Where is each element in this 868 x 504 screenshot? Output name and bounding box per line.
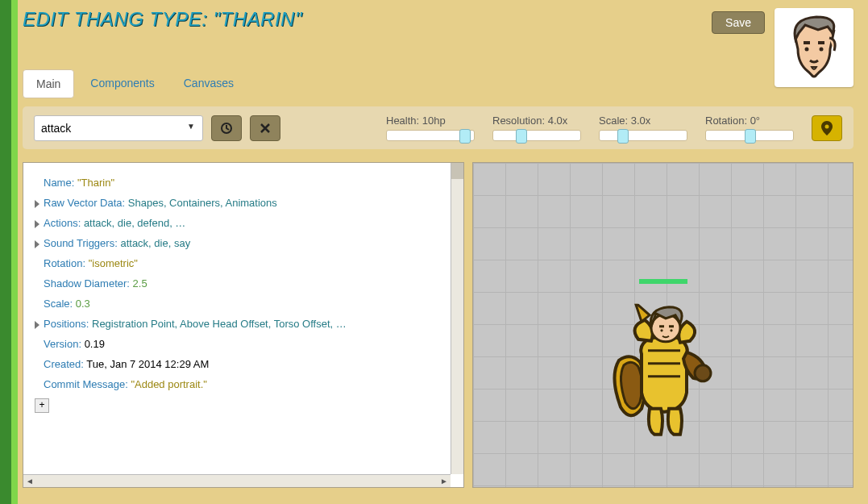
avatar-face-icon bbox=[786, 15, 842, 80]
pin-icon bbox=[821, 121, 833, 135]
prop-rotation-val[interactable]: "isometric" bbox=[89, 257, 138, 269]
tab-components[interactable]: Components bbox=[77, 69, 167, 98]
prop-commit-val[interactable]: "Added portrait." bbox=[131, 378, 207, 390]
avatar bbox=[775, 8, 853, 87]
page-title: EDIT THANG TYPE: "THARIN" bbox=[23, 8, 702, 31]
vertical-scrollbar[interactable] bbox=[451, 163, 463, 474]
property-tree: Name "Tharin" Raw Vector Data Shapes, Co… bbox=[23, 162, 464, 488]
preview-canvas[interactable] bbox=[472, 162, 853, 488]
scale-slider[interactable] bbox=[599, 130, 687, 141]
history-icon bbox=[220, 122, 233, 135]
scale-label: Scale: 3.0x bbox=[599, 115, 687, 127]
svg-point-6 bbox=[660, 329, 662, 331]
save-button[interactable]: Save bbox=[712, 11, 765, 34]
tab-canvases[interactable]: Canvases bbox=[171, 69, 247, 98]
resolution-slider[interactable] bbox=[492, 130, 581, 141]
prop-rotation-key: Rotation bbox=[44, 257, 85, 269]
app-root: EDIT THANG TYPE: "THARIN" Save Main Comp… bbox=[0, 0, 868, 504]
expand-icon[interactable] bbox=[35, 220, 39, 228]
svg-point-3 bbox=[825, 124, 829, 128]
prop-created-key: Created bbox=[44, 358, 84, 370]
svg-point-7 bbox=[670, 329, 672, 331]
animation-select-wrap: attack bbox=[34, 115, 203, 141]
prop-positions-key: Positions bbox=[44, 318, 89, 330]
rotation-slider[interactable] bbox=[705, 130, 794, 141]
character-sprite bbox=[603, 304, 724, 452]
history-button[interactable] bbox=[211, 115, 242, 141]
slider-group: Health: 10hp Resolution: 4.0x Scale: 3.0… bbox=[386, 115, 842, 141]
prop-actions-val[interactable]: attack, die, defend, … bbox=[84, 217, 185, 229]
expand-icon[interactable] bbox=[35, 321, 39, 329]
expand-icon[interactable] bbox=[35, 240, 39, 248]
prop-shadow-val[interactable]: 2.5 bbox=[133, 277, 147, 289]
prop-version-val[interactable]: 0.19 bbox=[85, 338, 105, 350]
tab-bar: Main Components Canvases bbox=[23, 69, 853, 98]
pin-button[interactable] bbox=[812, 115, 842, 141]
main-split: Name "Tharin" Raw Vector Data Shapes, Co… bbox=[23, 162, 853, 488]
expand-icon[interactable] bbox=[35, 200, 39, 208]
clear-button[interactable] bbox=[250, 115, 280, 141]
prop-raw-val[interactable]: Shapes, Containers, Animations bbox=[128, 197, 277, 209]
prop-sound-val[interactable]: attack, die, say bbox=[120, 237, 190, 249]
prop-scale-key: Scale bbox=[44, 298, 73, 310]
prop-name-key: Name bbox=[44, 177, 74, 189]
prop-name-val[interactable]: "Tharin" bbox=[77, 177, 114, 189]
tab-main[interactable]: Main bbox=[23, 69, 74, 98]
animation-select[interactable]: attack bbox=[34, 115, 203, 141]
resolution-label: Resolution: 4.0x bbox=[492, 115, 581, 127]
prop-scale-val[interactable]: 0.3 bbox=[76, 298, 90, 310]
prop-shadow-key: Shadow Diameter bbox=[44, 277, 130, 289]
prop-created-val[interactable]: Tue, Jan 7 2014 12:29 AM bbox=[86, 358, 209, 370]
prop-version-key: Version bbox=[44, 338, 81, 350]
controls-bar: attack Health: 10hp Resolution: 4.0x Sca… bbox=[23, 106, 853, 149]
close-icon bbox=[260, 123, 271, 134]
svg-point-1 bbox=[820, 48, 824, 52]
rotation-label: Rotation: 0° bbox=[705, 115, 794, 127]
prop-positions-val[interactable]: Registration Point, Above Head Offset, T… bbox=[92, 318, 347, 330]
health-slider[interactable] bbox=[386, 130, 475, 141]
horizontal-scrollbar[interactable]: ◄► bbox=[23, 474, 451, 487]
add-property-button[interactable]: + bbox=[35, 398, 49, 413]
prop-raw-key: Raw Vector Data bbox=[44, 197, 125, 209]
prop-sound-key: Sound Triggers bbox=[44, 237, 118, 249]
health-label: Health: 10hp bbox=[386, 115, 475, 127]
prop-commit-key: Commit Message bbox=[44, 378, 128, 390]
svg-point-0 bbox=[805, 48, 809, 52]
prop-actions-key: Actions bbox=[44, 217, 81, 229]
svg-point-4 bbox=[695, 365, 711, 381]
health-bar bbox=[639, 279, 687, 284]
